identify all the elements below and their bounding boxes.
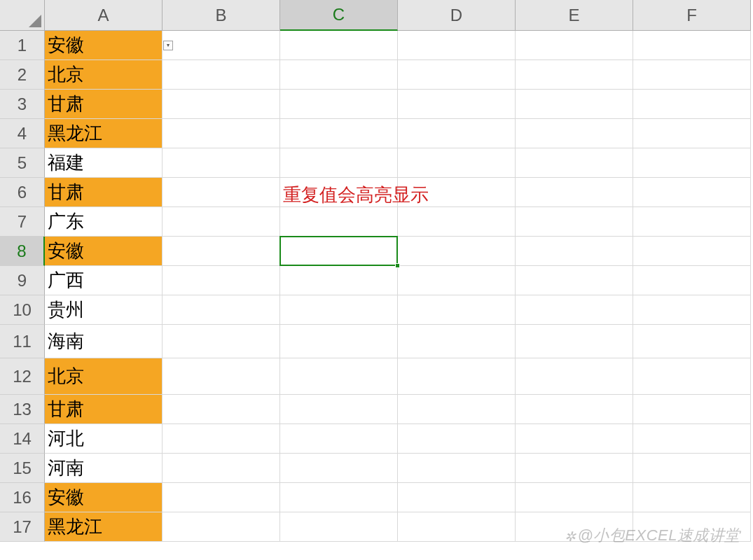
select-all-corner[interactable]: [0, 0, 45, 31]
cell-F17[interactable]: [633, 512, 751, 542]
row-header-9[interactable]: 9: [0, 266, 45, 295]
cell-E9[interactable]: [516, 266, 633, 295]
col-header-D[interactable]: D: [398, 0, 516, 31]
cell-F4[interactable]: [633, 119, 751, 148]
dropdown-icon[interactable]: ▾: [163, 41, 173, 50]
fill-handle[interactable]: [395, 263, 400, 268]
cell-D3[interactable]: [398, 90, 516, 119]
cell-D6[interactable]: [398, 178, 516, 207]
cell-C16[interactable]: [280, 483, 398, 512]
cell-D4[interactable]: [398, 119, 516, 148]
cell-F7[interactable]: [633, 207, 751, 237]
cell-B8[interactable]: [163, 237, 280, 266]
cell-D9[interactable]: [398, 266, 516, 295]
cell-C1[interactable]: [280, 31, 398, 60]
cell-D2[interactable]: [398, 60, 516, 90]
cell-B16[interactable]: [163, 483, 280, 512]
cell-E2[interactable]: [516, 60, 633, 90]
cell-F10[interactable]: [633, 295, 751, 325]
cell-F8[interactable]: [633, 237, 751, 266]
cell-D12[interactable]: [398, 358, 516, 395]
cell-D15[interactable]: [398, 454, 516, 483]
cell-D17[interactable]: [398, 512, 516, 542]
cell-B14[interactable]: [163, 424, 280, 454]
cell-A6[interactable]: 甘肃: [45, 178, 163, 207]
cell-B6[interactable]: [163, 178, 280, 207]
cell-E8[interactable]: [516, 237, 633, 266]
cell-A7[interactable]: 广东: [45, 207, 163, 237]
cell-F5[interactable]: [633, 148, 751, 178]
cell-C11[interactable]: [280, 325, 398, 358]
cell-A17[interactable]: 黑龙江: [45, 512, 163, 542]
cell-D13[interactable]: [398, 395, 516, 424]
row-header-15[interactable]: 15: [0, 454, 45, 483]
row-header-2[interactable]: 2: [0, 60, 45, 90]
cell-D14[interactable]: [398, 424, 516, 454]
row-header-17[interactable]: 17: [0, 512, 45, 542]
row-header-12[interactable]: 12: [0, 358, 45, 395]
cell-E3[interactable]: [516, 90, 633, 119]
cell-E1[interactable]: [516, 31, 633, 60]
cell-E11[interactable]: [516, 325, 633, 358]
cell-A5[interactable]: 福建: [45, 148, 163, 178]
cell-C5[interactable]: [280, 148, 398, 178]
cell-B5[interactable]: [163, 148, 280, 178]
row-header-10[interactable]: 10: [0, 295, 45, 325]
cell-C7[interactable]: [280, 207, 398, 237]
row-header-13[interactable]: 13: [0, 395, 45, 424]
cell-C6[interactable]: [280, 178, 398, 207]
cell-A3[interactable]: 甘肃: [45, 90, 163, 119]
col-header-B[interactable]: B: [163, 0, 280, 31]
col-header-A[interactable]: A: [45, 0, 163, 31]
cell-E13[interactable]: [516, 395, 633, 424]
cell-B15[interactable]: [163, 454, 280, 483]
cell-C8[interactable]: [280, 237, 398, 266]
cell-E6[interactable]: [516, 178, 633, 207]
cell-E14[interactable]: [516, 424, 633, 454]
cell-C4[interactable]: [280, 119, 398, 148]
cell-E7[interactable]: [516, 207, 633, 237]
cell-A4[interactable]: 黑龙江: [45, 119, 163, 148]
row-header-16[interactable]: 16: [0, 483, 45, 512]
row-header-5[interactable]: 5: [0, 148, 45, 178]
cell-C9[interactable]: [280, 266, 398, 295]
cell-C13[interactable]: [280, 395, 398, 424]
cell-F12[interactable]: [633, 358, 751, 395]
cell-E5[interactable]: [516, 148, 633, 178]
cell-B12[interactable]: [163, 358, 280, 395]
cell-A8[interactable]: 安徽: [45, 237, 163, 266]
cell-C12[interactable]: [280, 358, 398, 395]
cell-C10[interactable]: [280, 295, 398, 325]
cell-E4[interactable]: [516, 119, 633, 148]
cell-B1[interactable]: [163, 31, 280, 60]
cell-A10[interactable]: 贵州: [45, 295, 163, 325]
cell-F9[interactable]: [633, 266, 751, 295]
cell-B4[interactable]: [163, 119, 280, 148]
cell-D5[interactable]: [398, 148, 516, 178]
cell-B2[interactable]: [163, 60, 280, 90]
cell-B13[interactable]: [163, 395, 280, 424]
cell-A15[interactable]: 河南: [45, 454, 163, 483]
cell-F13[interactable]: [633, 395, 751, 424]
col-header-E[interactable]: E: [516, 0, 633, 31]
cell-D1[interactable]: [398, 31, 516, 60]
cell-E15[interactable]: [516, 454, 633, 483]
row-header-4[interactable]: 4: [0, 119, 45, 148]
cell-A14[interactable]: 河北: [45, 424, 163, 454]
cell-F3[interactable]: [633, 90, 751, 119]
cell-C15[interactable]: [280, 454, 398, 483]
cell-E17[interactable]: [516, 512, 633, 542]
cell-F16[interactable]: [633, 483, 751, 512]
row-header-6[interactable]: 6: [0, 178, 45, 207]
cell-A11[interactable]: 海南: [45, 325, 163, 358]
cell-A9[interactable]: 广西: [45, 266, 163, 295]
col-header-C[interactable]: C: [280, 0, 398, 31]
row-header-7[interactable]: 7: [0, 207, 45, 237]
cell-A2[interactable]: 北京: [45, 60, 163, 90]
cell-B3[interactable]: [163, 90, 280, 119]
row-header-11[interactable]: 11: [0, 325, 45, 358]
cell-A16[interactable]: 安徽: [45, 483, 163, 512]
cell-D8[interactable]: [398, 237, 516, 266]
cell-A1[interactable]: 安徽 ▾: [45, 31, 163, 60]
row-header-3[interactable]: 3: [0, 90, 45, 119]
